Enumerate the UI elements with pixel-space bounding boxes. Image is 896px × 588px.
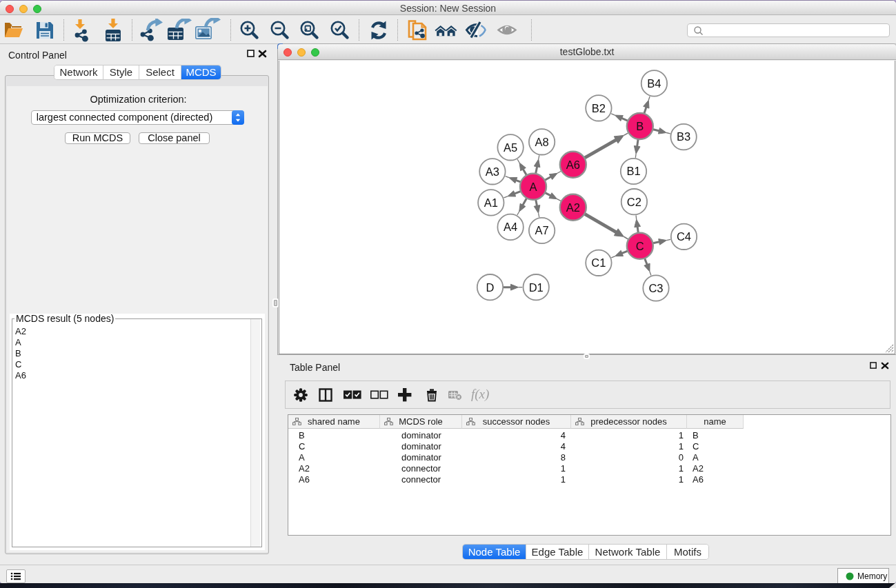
svg-text:A3: A3	[486, 165, 499, 178]
svg-text:A6: A6	[566, 159, 580, 171]
svg-text:C1: C1	[591, 256, 606, 269]
svg-text:A7: A7	[535, 224, 549, 236]
svg-text:A4: A4	[504, 221, 517, 233]
svg-text:A1: A1	[484, 196, 498, 209]
svg-text:D: D	[486, 281, 495, 294]
svg-text:B2: B2	[592, 102, 606, 114]
svg-text:B4: B4	[647, 77, 661, 90]
svg-text:D1: D1	[529, 281, 544, 294]
svg-text:C2: C2	[627, 196, 641, 208]
svg-text:C3: C3	[648, 282, 663, 294]
svg-text:A8: A8	[535, 136, 549, 148]
svg-text:C: C	[636, 240, 644, 252]
svg-text:f(x): f(x)	[471, 387, 489, 402]
svg-text:B3: B3	[677, 130, 690, 143]
svg-text:A: A	[529, 181, 537, 193]
svg-text:A5: A5	[504, 141, 517, 154]
svg-text:B1: B1	[626, 165, 640, 177]
svg-text:B: B	[636, 120, 644, 132]
svg-text:A2: A2	[566, 201, 580, 214]
svg-text:C4: C4	[677, 230, 691, 243]
